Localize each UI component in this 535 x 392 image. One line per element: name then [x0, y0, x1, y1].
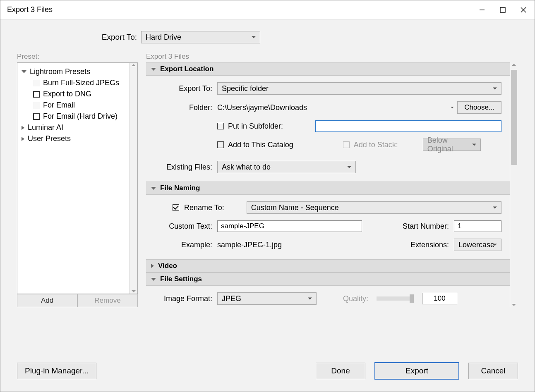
scroll-thumb[interactable]	[511, 70, 517, 165]
panel-header-file-naming[interactable]: File Naming	[146, 182, 510, 195]
chevron-down-icon	[472, 144, 476, 146]
export-to-label: Export To:	[17, 33, 137, 42]
chevron-down-icon	[308, 298, 312, 300]
preset-category-luminar[interactable]: Luminar AI	[19, 122, 127, 133]
start-number-input[interactable]	[454, 220, 501, 232]
preset-category-user[interactable]: User Presets	[19, 133, 127, 144]
titlebar: Export 3 Files	[0, 0, 535, 19]
maximize-button[interactable]	[498, 5, 507, 14]
export-button[interactable]: Export	[374, 362, 459, 380]
preset-actions: Add Remove	[17, 294, 138, 307]
preset-item-for-email-hd[interactable]: For Email (Hard Drive)	[19, 111, 127, 122]
preset-item-burn-jpegs[interactable]: Burn Full-Sized JPEGs	[19, 77, 127, 88]
chevron-down-icon	[493, 207, 497, 209]
window-title: Export 3 Files	[7, 5, 477, 14]
export-to-folder-select[interactable]: Specific folder	[217, 82, 501, 95]
preset-scrollbar[interactable]	[129, 63, 137, 294]
disclosure-collapsed-icon	[22, 137, 24, 141]
preset-tree: Lightroom Presets Burn Full-Sized JPEGs …	[17, 63, 129, 294]
plugin-manager-button[interactable]: Plug-in Manager...	[17, 363, 96, 379]
panel-header-file-settings[interactable]: File Settings	[146, 272, 510, 286]
disclosure-expanded-icon	[151, 278, 156, 281]
remove-preset-button[interactable]: Remove	[77, 294, 138, 307]
panel-header-video[interactable]: Video	[146, 259, 510, 272]
stack-position-select: Below Original	[423, 139, 481, 151]
export-destination-row: Export To: Hard Drive	[0, 19, 535, 53]
settings-panels: Export Location Export To: Specific fold…	[146, 62, 510, 307]
preset-heading: Preset:	[17, 53, 138, 61]
midsection: Preset: Lightroom Presets Burn Full-Size…	[0, 53, 535, 307]
export-to-value: Hard Drive	[146, 33, 181, 42]
disclosure-expanded-icon	[22, 70, 26, 73]
preset-checkbox[interactable]	[33, 91, 40, 98]
settings-scrollbar[interactable]	[510, 62, 518, 307]
preset-category-lightroom[interactable]: Lightroom Presets	[19, 66, 127, 77]
preset-column: Preset: Lightroom Presets Burn Full-Size…	[17, 53, 138, 307]
image-format-label: Image Format:	[154, 294, 212, 303]
custom-text-input[interactable]	[217, 220, 362, 232]
panel-body-export-location: Export To: Specific folder Folder: C:\Us…	[146, 76, 510, 182]
rename-to-checkbox[interactable]	[173, 204, 179, 211]
rename-to-label: Rename To:	[184, 203, 224, 212]
chevron-down-icon	[252, 36, 256, 38]
preset-item-export-dng[interactable]: Export to DNG	[19, 88, 127, 100]
start-number-label: Start Number:	[403, 222, 449, 231]
example-label: Example:	[154, 241, 212, 249]
add-preset-button[interactable]: Add	[17, 294, 77, 307]
put-in-subfolder-label: Put in Subfolder:	[228, 122, 283, 131]
folder-path: C:\Users\jayme\Downloads	[217, 103, 447, 112]
quality-slider[interactable]	[377, 296, 414, 301]
chevron-down-icon	[493, 244, 497, 246]
scroll-up-icon	[512, 64, 516, 66]
preset-checkbox[interactable]	[33, 113, 40, 120]
existing-files-select[interactable]: Ask what to do	[217, 161, 356, 173]
add-to-stack-checkbox	[343, 141, 350, 148]
add-to-catalog-checkbox[interactable]	[217, 141, 224, 148]
settings-panels-wrap: Export Location Export To: Specific fold…	[146, 62, 518, 307]
subfolder-name-input[interactable]	[315, 120, 501, 132]
cancel-button[interactable]: Cancel	[468, 363, 518, 379]
export-dialog: Export 3 Files Export To: Hard Drive Pre…	[0, 0, 535, 392]
file-count: Export 3 Files	[146, 53, 518, 61]
window-controls	[477, 5, 528, 14]
panel-header-export-location[interactable]: Export Location	[146, 62, 510, 76]
chevron-down-icon	[347, 166, 351, 168]
put-in-subfolder-checkbox[interactable]	[217, 123, 224, 129]
existing-files-label: Existing Files:	[154, 163, 212, 172]
example-value: sample-JPEG-1.jpg	[217, 241, 405, 249]
choose-folder-button[interactable]: Choose...	[457, 101, 501, 114]
scroll-down-icon	[512, 304, 516, 306]
image-format-select[interactable]: JPEG	[217, 292, 317, 305]
dialog-footer: Plug-in Manager... Done Export Cancel	[0, 359, 535, 392]
minimize-button[interactable]	[477, 5, 487, 14]
recent-folders-dropdown[interactable]	[451, 107, 454, 108]
preset-checkbox[interactable]	[33, 102, 40, 109]
export-to-select[interactable]: Hard Drive	[141, 31, 260, 43]
svg-rect-1	[500, 7, 505, 12]
folder-label: Folder:	[154, 103, 212, 112]
export-to-label: Export To:	[154, 84, 212, 93]
disclosure-collapsed-icon	[151, 264, 154, 268]
preset-listbox: Lightroom Presets Burn Full-Sized JPEGs …	[17, 62, 138, 294]
disclosure-expanded-icon	[151, 187, 156, 190]
slider-handle[interactable]	[410, 294, 414, 303]
preset-checkbox[interactable]	[33, 80, 40, 86]
disclosure-expanded-icon	[151, 68, 156, 71]
settings-column: Export 3 Files Export Location Export To…	[146, 53, 518, 307]
add-to-catalog-label: Add to This Catalog	[228, 141, 293, 149]
scroll-down-icon	[132, 290, 136, 292]
close-button[interactable]	[519, 5, 528, 14]
panel-body-file-naming: Rename To: Custom Name - Sequence Custom…	[146, 195, 510, 259]
quality-label: Quality:	[343, 294, 368, 303]
chevron-down-icon	[493, 88, 497, 90]
preset-item-for-email[interactable]: For Email	[19, 100, 127, 111]
panel-body-file-settings: Image Format: JPEG Quality:	[146, 286, 510, 305]
naming-scheme-select[interactable]: Custom Name - Sequence	[247, 201, 501, 214]
quality-input[interactable]	[422, 293, 457, 304]
done-button[interactable]: Done	[316, 363, 365, 379]
extensions-label: Extensions:	[410, 241, 449, 249]
add-to-stack-label: Add to Stack:	[354, 141, 398, 149]
extensions-select[interactable]: Lowercase	[454, 239, 501, 251]
disclosure-collapsed-icon	[22, 126, 24, 130]
scroll-up-icon	[132, 64, 136, 66]
